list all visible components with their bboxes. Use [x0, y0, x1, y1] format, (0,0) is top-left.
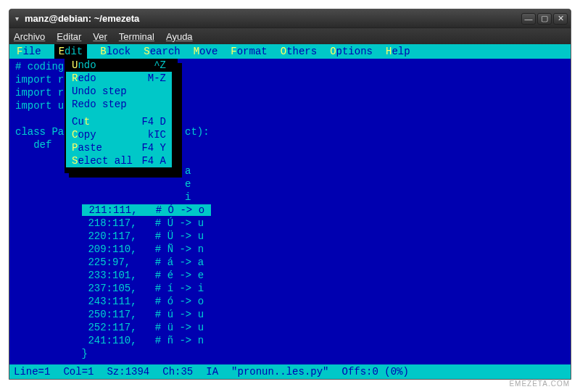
code-mapping-line: 218:117, # Ú -> u — [82, 217, 204, 230]
editor-menu-block[interactable]: Block — [100, 45, 130, 58]
editor-menu-format[interactable]: Format — [231, 45, 267, 58]
window-buttons: — ▢ ✕ — [521, 13, 568, 25]
close-button[interactable]: ✕ — [553, 13, 568, 25]
status-col: Col=1 — [63, 365, 94, 378]
os-menu-ayuda[interactable]: Ayuda — [166, 31, 193, 42]
menu-item-undo-step[interactable]: Undo step — [66, 85, 172, 98]
code-mapping-line: 220:117, # Ü -> u — [82, 230, 204, 243]
terminal-viewport: FileEditBlockSearchMoveFormatOthersOptio… — [9, 44, 571, 379]
watermark: EMEZETA.COM — [509, 380, 570, 388]
edit-dropdown-menu: Undo^ZRedoM-ZUndo stepRedo stepCutF4 DCo… — [65, 59, 178, 173]
status-file: "pronun..les.py" — [231, 365, 328, 378]
menu-item-cut[interactable]: CutF4 D — [66, 115, 172, 128]
status-offs: Offs:0 (0%) — [342, 365, 409, 378]
code-mapping-line: 252:117, # ü -> u — [82, 321, 204, 334]
code-mapping-line: 241:110, # ñ -> n — [82, 334, 204, 347]
window-title: manz@debian: ~/emezeta — [25, 13, 521, 24]
os-menu-archivo[interactable]: Archivo — [14, 31, 45, 42]
status-ch: Ch:35 — [162, 365, 193, 378]
terminal-window: ▾ manz@debian: ~/emezeta — ▢ ✕ Archivo E… — [9, 9, 571, 380]
menu-item-select-all[interactable]: Select allF4 A — [66, 154, 172, 167]
os-menubar: Archivo Editar Ver Terminal Ayuda — [9, 28, 571, 44]
status-ia: IA — [206, 365, 218, 378]
code-fragment: a — [185, 164, 191, 178]
os-menu-ver[interactable]: Ver — [93, 31, 107, 42]
code-mapping-line: 225:97, # á -> a — [82, 256, 204, 269]
code-line: } — [27, 347, 88, 360]
maximize-button[interactable]: ▢ — [537, 13, 552, 25]
code-mapping-line: 211:111, # Ó -> o — [82, 204, 211, 217]
code-mapping-line: 233:101, # é -> e — [82, 269, 204, 282]
code-mapping-line: 209:110, # Ñ -> n — [82, 243, 204, 256]
code-fragment: e — [185, 178, 191, 191]
editor-menu-help[interactable]: Help — [386, 45, 410, 58]
code-fragment: i — [185, 191, 191, 204]
os-menu-terminal[interactable]: Terminal — [119, 31, 154, 42]
menu-item-copy[interactable]: CopykIC — [66, 128, 172, 141]
editor-menu-edit[interactable]: Edit — [54, 44, 88, 59]
code-mapping-line: 250:117, # ú -> u — [82, 308, 204, 321]
editor-menu-search[interactable]: Search — [144, 45, 180, 58]
statusbar: Line=1 Col=1 Sz:1394 Ch:35 IA "pronun..l… — [9, 364, 571, 379]
os-menu-editar[interactable]: Editar — [57, 31, 81, 42]
menu-item-redo[interactable]: RedoM-Z — [66, 72, 172, 85]
code-mapping-line: 243:111, # ó -> o — [82, 295, 204, 308]
editor-menubar: FileEditBlockSearchMoveFormatOthersOptio… — [9, 44, 571, 59]
dropdown-chevron-icon[interactable]: ▾ — [15, 14, 19, 22]
editor-menu-move[interactable]: Move — [194, 45, 218, 58]
status-size: Sz:1394 — [107, 365, 149, 378]
code-fragment: ct): — [185, 125, 210, 138]
editor-menu-options[interactable]: Options — [330, 45, 373, 58]
editor-menu-others[interactable]: Others — [281, 45, 317, 58]
menu-item-redo-step[interactable]: Redo step — [66, 98, 172, 111]
editor-menu-file[interactable]: File — [17, 45, 41, 58]
menu-item-undo[interactable]: Undo^Z — [66, 59, 172, 72]
titlebar[interactable]: ▾ manz@debian: ~/emezeta — ▢ ✕ — [9, 9, 571, 28]
code-mapping-line: 237:105, # í -> i — [82, 282, 204, 295]
status-line: Line=1 — [14, 365, 50, 378]
menu-item-paste[interactable]: PasteF4 Y — [66, 141, 172, 154]
minimize-button[interactable]: — — [521, 13, 536, 25]
